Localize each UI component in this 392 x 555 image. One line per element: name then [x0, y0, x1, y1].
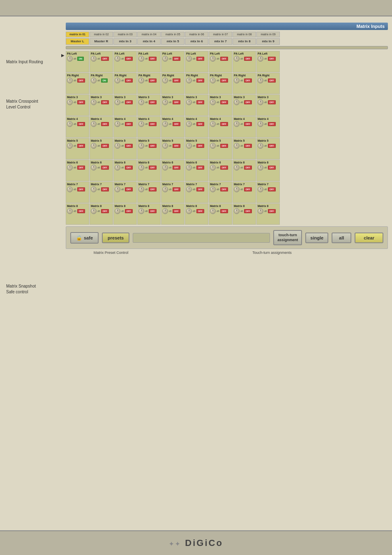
crosspoint-cell-r6-c9[interactable]: Matrix 6dBOFF	[256, 160, 280, 181]
on-off-button[interactable]: OFF	[173, 122, 180, 126]
on-off-button[interactable]: OFF	[101, 57, 109, 61]
on-off-button[interactable]: OFF	[268, 100, 276, 104]
level-knob[interactable]	[258, 99, 263, 105]
on-off-button[interactable]: OFF	[125, 100, 133, 104]
on-off-button[interactable]: OFF	[196, 100, 204, 104]
on-off-button[interactable]: OFF	[125, 144, 133, 148]
on-off-button[interactable]: OFF	[196, 187, 204, 191]
level-knob[interactable]	[234, 99, 240, 105]
crosspoint-cell-r1-c5[interactable]: PA LeftdBOFF	[161, 51, 184, 72]
on-off-button[interactable]: OFF	[173, 100, 180, 104]
on-off-button[interactable]: OFF	[125, 122, 133, 126]
crosspoint-cell-r3-c4[interactable]: Matrix 3dBOFF	[137, 94, 161, 116]
crosspoint-cell-r7-c5[interactable]: Matrix 7dBOFF	[161, 182, 184, 203]
on-off-button[interactable]: OFF	[268, 78, 276, 83]
on-off-button[interactable]: OFF	[173, 78, 180, 83]
level-knob[interactable]	[67, 78, 73, 83]
level-knob[interactable]	[234, 143, 240, 149]
on-off-button[interactable]: OFF	[125, 57, 133, 61]
crosspoint-cell-r2-c3[interactable]: PA RightdBOFF	[113, 73, 137, 94]
col-header-bottom-6[interactable]: mtx In 6	[185, 38, 208, 45]
crosspoint-cell-r8-c1[interactable]: Matrix 8dBOFF	[66, 203, 89, 225]
level-knob[interactable]	[186, 56, 192, 62]
crosspoint-cell-r1-c7[interactable]: PA LeftdBOFF	[209, 51, 232, 72]
crosspoint-cell-r7-c9[interactable]: Matrix 7dBOFF	[256, 182, 280, 203]
crosspoint-cell-r1-c6[interactable]: PA LeftdBOFF	[185, 51, 208, 72]
crosspoint-cell-r8-c9[interactable]: Matrix 8dBOFF	[256, 203, 280, 225]
crosspoint-cell-r5-c1[interactable]: Matrix 5dBOFF	[66, 138, 89, 159]
col-header-top-2[interactable]: matrix in 02	[90, 32, 113, 37]
crosspoint-cell-r5-c7[interactable]: Matrix 5dBOFF	[209, 138, 232, 159]
col-header-bottom-1[interactable]: Master L	[66, 38, 89, 45]
level-knob[interactable]	[186, 187, 192, 192]
on-off-button[interactable]: OFF	[196, 122, 204, 126]
level-knob[interactable]	[210, 56, 216, 62]
on-off-button[interactable]: OFF	[173, 144, 180, 148]
level-knob[interactable]	[162, 121, 168, 127]
single-button[interactable]: single	[305, 233, 328, 243]
on-off-button[interactable]: OFF	[244, 144, 252, 148]
crosspoint-cell-r5-c4[interactable]: Matrix 5dBOFF	[137, 138, 161, 159]
crosspoint-cell-r5-c9[interactable]: Matrix 5dBOFF	[256, 138, 280, 159]
on-off-button[interactable]: OFF	[220, 100, 228, 104]
col-header-top-4[interactable]: matrix in 04	[137, 32, 161, 37]
on-off-button[interactable]: OFF	[149, 100, 157, 104]
level-knob[interactable]	[234, 56, 240, 62]
crosspoint-cell-r8-c3[interactable]: Matrix 8dBOFF	[113, 203, 137, 225]
level-knob[interactable]	[138, 78, 144, 83]
level-knob[interactable]	[67, 121, 73, 127]
crosspoint-cell-r7-c6[interactable]: Matrix 7dBOFF	[185, 182, 208, 203]
level-knob[interactable]	[258, 78, 263, 83]
crosspoint-cell-r8-c5[interactable]: Matrix 8dBOFF	[161, 203, 184, 225]
level-knob[interactable]	[162, 56, 168, 62]
crosspoint-cell-r4-c8[interactable]: Matrix 4dBOFF	[233, 116, 256, 138]
on-off-button[interactable]: OFF	[268, 144, 276, 148]
preset-bar[interactable]	[133, 233, 270, 243]
on-off-button[interactable]: OFF	[149, 209, 157, 213]
level-knob[interactable]	[67, 187, 73, 192]
crosspoint-cell-r8-c8[interactable]: Matrix 8dBOFF	[233, 203, 256, 225]
on-off-button[interactable]: OFF	[268, 122, 276, 126]
level-knob[interactable]	[91, 56, 97, 62]
level-knob[interactable]	[91, 165, 97, 170]
on-off-button[interactable]: OFF	[268, 57, 276, 61]
level-knob[interactable]	[186, 121, 192, 127]
on-off-button[interactable]: OFF	[77, 122, 85, 126]
crosspoint-cell-r2-c2[interactable]: PA RightdBON	[90, 73, 113, 94]
clear-button[interactable]: clear	[355, 233, 383, 243]
level-knob[interactable]	[138, 208, 144, 214]
col-header-top-9[interactable]: matrix in 09	[256, 32, 280, 37]
on-off-button[interactable]: OFF	[220, 78, 228, 83]
col-header-bottom-5[interactable]: mtx In 5	[161, 38, 184, 45]
crosspoint-cell-r6-c7[interactable]: Matrix 6dBOFF	[209, 160, 232, 181]
level-knob[interactable]	[91, 99, 97, 105]
crosspoint-cell-r7-c7[interactable]: Matrix 7dBOFF	[209, 182, 232, 203]
crosspoint-cell-r4-c7[interactable]: Matrix 4dBOFF	[209, 116, 232, 138]
on-off-button[interactable]: OFF	[220, 57, 228, 61]
on-off-button[interactable]: ON	[101, 78, 108, 83]
on-off-button[interactable]: OFF	[101, 187, 109, 191]
crosspoint-cell-r3-c7[interactable]: Matrix 3dBOFF	[209, 94, 232, 116]
level-knob[interactable]	[138, 99, 144, 105]
level-knob[interactable]	[67, 99, 73, 105]
level-knob[interactable]	[115, 56, 120, 62]
crosspoint-cell-r7-c2[interactable]: Matrix 7dBOFF	[90, 182, 113, 203]
crosspoint-cell-r1-c4[interactable]: PA LeftdBOFF	[137, 51, 161, 72]
level-knob[interactable]	[162, 143, 168, 149]
crosspoint-cell-r8-c2[interactable]: Matrix 8dBOFF	[90, 203, 113, 225]
level-knob[interactable]	[186, 165, 192, 170]
on-off-button[interactable]: OFF	[244, 187, 252, 191]
level-knob[interactable]	[67, 208, 73, 214]
col-header-bottom-7[interactable]: mtx In 7	[209, 38, 232, 45]
on-off-button[interactable]: OFF	[173, 57, 180, 61]
safe-button[interactable]: 🔒 safe	[70, 232, 99, 244]
level-knob[interactable]	[115, 99, 120, 105]
level-knob[interactable]	[210, 187, 216, 192]
crosspoint-cell-r3-c2[interactable]: Matrix 3dBOFF	[90, 94, 113, 116]
crosspoint-cell-r2-c4[interactable]: PA RightdBOFF	[137, 73, 161, 94]
level-knob[interactable]	[186, 208, 192, 214]
level-knob[interactable]	[234, 165, 240, 170]
on-off-button[interactable]: OFF	[244, 122, 252, 126]
on-off-button[interactable]: OFF	[196, 144, 204, 148]
crosspoint-cell-r5-c3[interactable]: Matrix 5dBOFF	[113, 138, 137, 159]
